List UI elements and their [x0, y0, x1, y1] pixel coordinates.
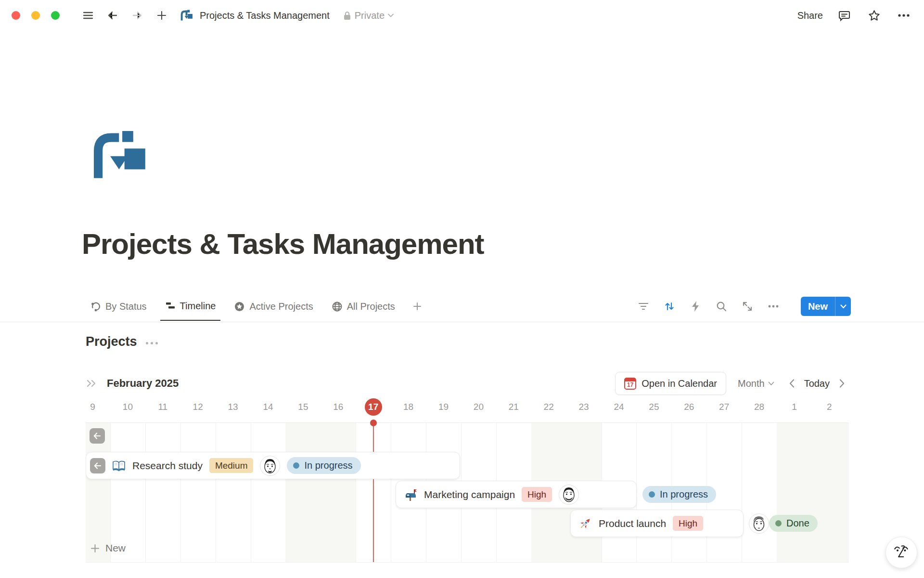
lock-icon: [343, 11, 351, 20]
collapse-double-chevron-icon[interactable]: [86, 378, 98, 389]
open-book-icon: [112, 459, 126, 473]
date-label[interactable]: 27: [719, 402, 729, 412]
grid-column: [812, 423, 847, 562]
date-label[interactable]: 21: [509, 402, 519, 412]
automation-bolt-icon[interactable]: [687, 298, 704, 315]
view-tabs-bar: By Status Timeline Active Projects All P…: [86, 292, 851, 321]
new-button[interactable]: New: [801, 297, 851, 316]
timeline-bar-product-launch[interactable]: Product launch High: [570, 510, 744, 537]
grid-column: [777, 423, 812, 562]
grid-column: [180, 423, 216, 562]
timeline-dates-row: 9101112131415161718192021222324252627281…: [86, 396, 848, 418]
tab-all-projects[interactable]: All Projects: [327, 292, 400, 321]
date-label[interactable]: 1: [792, 402, 797, 412]
tab-label: Timeline: [180, 301, 216, 312]
view-toolbar: New: [635, 297, 851, 316]
date-label[interactable]: 12: [193, 402, 203, 412]
filter-icon[interactable]: [635, 298, 652, 315]
timeline-bar-marketing-campaign[interactable]: Marketing campaign High: [396, 481, 637, 508]
date-label[interactable]: 2: [827, 402, 832, 412]
status-cycle-icon: [90, 301, 101, 312]
page-logo-icon: [178, 7, 195, 24]
new-button-caret-icon[interactable]: [835, 297, 851, 316]
forward-icon[interactable]: [128, 7, 146, 24]
open-in-calendar-button[interactable]: 17 Open in Calendar: [615, 372, 726, 395]
ai-assistant-button[interactable]: [886, 537, 917, 568]
status-dot: [649, 491, 655, 498]
date-label[interactable]: 20: [474, 402, 484, 412]
grid-column: [285, 423, 321, 562]
date-label[interactable]: 23: [579, 402, 589, 412]
back-icon[interactable]: [104, 7, 121, 24]
grid-column: [110, 423, 146, 562]
privacy-dropdown[interactable]: Private: [343, 10, 394, 21]
page-cover-logo-icon[interactable]: [90, 131, 146, 179]
date-label[interactable]: 14: [263, 402, 273, 412]
section-more-icon[interactable]: [146, 339, 158, 344]
window-minimize-button[interactable]: [31, 11, 40, 20]
tab-timeline[interactable]: Timeline: [160, 292, 221, 321]
window-close-button[interactable]: [12, 11, 20, 20]
today-marker-dot: [370, 420, 377, 426]
priority-tag: Medium: [209, 458, 254, 473]
section-title[interactable]: Projects: [86, 334, 137, 349]
page-title[interactable]: Projects & Tasks Management: [82, 227, 484, 261]
bar-starts-earlier-button[interactable]: [90, 458, 105, 473]
comments-icon[interactable]: [835, 7, 853, 24]
add-view-plus-icon[interactable]: [409, 298, 426, 315]
date-label[interactable]: 10: [123, 402, 133, 412]
date-label[interactable]: 24: [614, 402, 624, 412]
expand-icon[interactable]: [739, 298, 756, 315]
date-label[interactable]: 22: [544, 402, 554, 412]
date-label[interactable]: 16: [333, 402, 343, 412]
date-label[interactable]: 11: [158, 402, 167, 412]
zoom-level-dropdown[interactable]: Month: [738, 378, 774, 389]
date-label[interactable]: 25: [649, 402, 659, 412]
tab-active-projects[interactable]: Active Projects: [229, 292, 318, 321]
timeline-month-label: February 2025: [107, 377, 179, 390]
date-label[interactable]: 9: [90, 402, 95, 412]
timeline-header: February 2025 17 Open in Calendar Month …: [86, 371, 849, 396]
scroll-to-bar-left-button[interactable]: [90, 428, 105, 444]
date-label-today[interactable]: 17: [365, 398, 382, 416]
new-button-label[interactable]: New: [801, 297, 835, 316]
date-label[interactable]: 26: [684, 402, 694, 412]
view-more-icon[interactable]: [765, 298, 782, 315]
grid-column: [251, 423, 286, 562]
date-label[interactable]: 18: [403, 402, 413, 412]
date-label[interactable]: 15: [298, 402, 308, 412]
calendar-icon: 17: [624, 378, 636, 390]
task-name: Marketing campaign: [424, 489, 515, 500]
ai-face-icon: [893, 544, 910, 561]
more-options-icon[interactable]: [895, 7, 912, 24]
new-item-label: New: [105, 542, 126, 554]
new-tab-plus-icon[interactable]: [153, 7, 170, 24]
chevron-down-icon: [388, 13, 394, 17]
app-window: Projects & Tasks Management Private Shar…: [0, 0, 924, 578]
favorite-star-icon[interactable]: [865, 7, 883, 24]
today-button[interactable]: Today: [804, 378, 830, 389]
globe-icon: [332, 301, 343, 312]
priority-tag: High: [522, 487, 552, 502]
prev-month-icon[interactable]: [785, 376, 799, 391]
task-name: Research study: [132, 460, 203, 472]
sidebar-menu-icon[interactable]: [79, 7, 97, 24]
assignee-avatar: [260, 456, 280, 476]
assignee-avatar: [559, 485, 579, 505]
tab-by-status[interactable]: By Status: [86, 292, 152, 321]
share-button[interactable]: Share: [797, 10, 823, 21]
new-timeline-item-button[interactable]: New: [90, 542, 126, 554]
breadcrumb-page-title[interactable]: Projects & Tasks Management: [200, 10, 330, 21]
sort-icon[interactable]: [661, 298, 678, 315]
date-label[interactable]: 28: [754, 402, 764, 412]
date-label[interactable]: 19: [438, 402, 449, 412]
grid-column: [145, 423, 181, 562]
next-month-icon[interactable]: [834, 376, 849, 391]
timeline-bar-research-study[interactable]: Research study Medium In progress: [86, 452, 460, 479]
status-dot: [775, 520, 782, 526]
window-zoom-button[interactable]: [51, 11, 60, 20]
search-icon[interactable]: [713, 298, 730, 315]
date-label[interactable]: 13: [228, 402, 238, 412]
status-pill-outside: In progress: [642, 486, 716, 503]
assignee-avatar-outside: [749, 513, 769, 534]
